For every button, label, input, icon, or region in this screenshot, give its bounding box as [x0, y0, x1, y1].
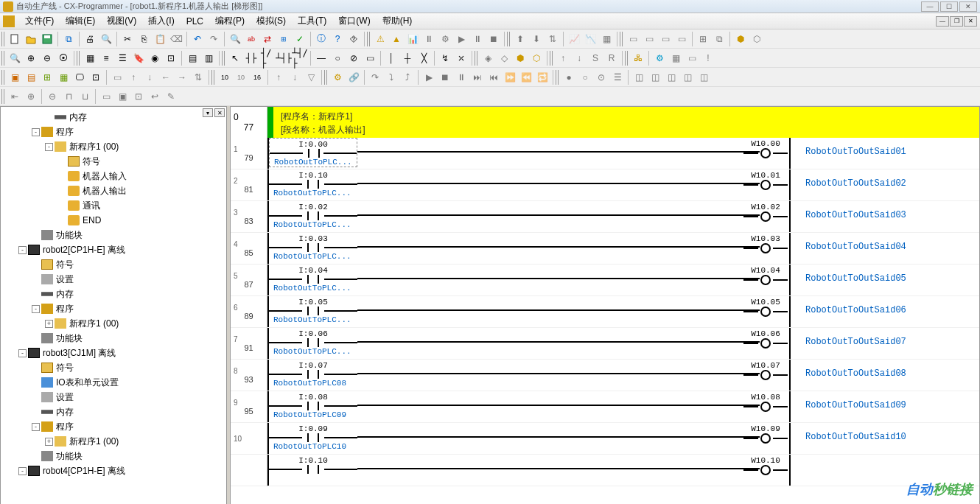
toolbar-grip[interactable]	[556, 70, 559, 85]
sim-pause-button[interactable]: ⏸	[454, 70, 469, 85]
instruction-button[interactable]: ▭	[363, 51, 377, 66]
connect-button[interactable]: ↯	[438, 51, 452, 66]
ladder-rung[interactable]: I:0.02RobotOutToPLC...W10.02RobotOutToOu…	[267, 201, 979, 233]
tree-item[interactable]: 符号	[2, 360, 226, 375]
contact[interactable]: I:0.08RobotOutToPLC09	[269, 391, 357, 419]
step-button[interactable]: ↷	[368, 70, 382, 85]
sim-rw-button[interactable]: ⏪	[519, 70, 533, 85]
tree-item[interactable]: 功能块	[2, 331, 226, 346]
section4-button[interactable]: ▭	[674, 32, 689, 46]
coil[interactable]: W10.00	[743, 138, 788, 158]
tree-item[interactable]: 内存	[2, 110, 226, 125]
line-v-button[interactable]: ┼	[400, 51, 415, 66]
tree-expander[interactable]: -	[32, 423, 40, 431]
tree-item[interactable]: -robot2[CP1H-E] 离线	[2, 242, 226, 257]
tree-expander[interactable]: -	[32, 128, 40, 136]
line-h-button[interactable]: —	[314, 51, 329, 66]
compare-button[interactable]: ⧉	[61, 32, 76, 46]
contact[interactable]: I:0.09RobotOutToPLC10	[269, 423, 357, 451]
cross-ref-button[interactable]: ⊞	[276, 32, 291, 46]
disconnect-button[interactable]: ⤫	[454, 51, 469, 66]
contact-nc-button[interactable]: ┤/├	[260, 51, 275, 66]
toolbar-grip[interactable]	[1, 70, 5, 85]
coil[interactable]: W10.09	[743, 423, 788, 444]
contact[interactable]: I:0.07RobotOutToPLC08	[269, 360, 357, 388]
menu-program[interactable]: 编程(P)	[209, 13, 251, 29]
zoom-fit-button[interactable]: 🔍	[7, 51, 22, 66]
cascade-button[interactable]: ⧉	[712, 32, 727, 46]
watch-button[interactable]: ⊞	[40, 70, 55, 85]
tree-item[interactable]: 符号	[2, 257, 226, 272]
tree-item[interactable]: -程序	[2, 301, 226, 316]
unit-button[interactable]: ▭	[685, 51, 699, 66]
mode-button[interactable]: ⚙	[438, 32, 452, 46]
toolbar-grip[interactable]	[1, 89, 5, 104]
section3-button[interactable]: ▭	[658, 32, 673, 46]
memory-button[interactable]: ▦	[599, 32, 614, 46]
transfer-from-button[interactable]: ⬇	[529, 32, 544, 46]
del-rung-button[interactable]: ⊖	[45, 89, 60, 104]
toolbar-grip[interactable]	[1, 32, 5, 46]
tree-item[interactable]: 功能块	[2, 228, 226, 242]
print-button[interactable]: 🖨	[83, 32, 97, 46]
sort-asc-button[interactable]: ↑	[271, 70, 286, 85]
find-button[interactable]: 🔍	[228, 32, 242, 46]
comments-button[interactable]: ≡	[99, 51, 113, 66]
address-button[interactable]: 🖵	[72, 70, 87, 85]
menu-simulate[interactable]: 模拟(S)	[251, 13, 292, 29]
bp-list-button[interactable]: ☰	[610, 70, 625, 85]
redo-button[interactable]: ↷	[206, 32, 221, 46]
fb-edit-button[interactable]: ✎	[164, 89, 178, 104]
fb-button[interactable]: ⬢	[733, 32, 748, 46]
project-tree[interactable]: 内存-程序-新程序1 (00)符号机器人输入机器人输出通讯END功能块-robo…	[1, 107, 226, 481]
tree-expander[interactable]: +	[45, 438, 53, 446]
menu-edit[interactable]: 编辑(E)	[60, 13, 101, 29]
sim-connect-button[interactable]: 🔗	[346, 70, 361, 85]
sort-desc-button[interactable]: ↓	[287, 70, 302, 85]
toolbar-grip[interactable]	[507, 32, 511, 46]
filter-button[interactable]: ▽	[304, 70, 318, 85]
ladder-rung[interactable]: I:0.08RobotOutToPLC09W10.08RobotOutToOut…	[267, 391, 979, 423]
help-button[interactable]: ?	[330, 32, 345, 46]
coil-neg-button[interactable]: ⊘	[346, 51, 361, 66]
force-off-button[interactable]: ◇	[497, 51, 511, 66]
list-button[interactable]: ☰	[115, 51, 130, 66]
mdi-close[interactable]: ✕	[964, 16, 977, 27]
mdi-restore[interactable]: ❐	[950, 16, 963, 27]
watch2-button[interactable]: ◫	[648, 70, 662, 85]
chart-button[interactable]: 📉	[583, 32, 598, 46]
sim-loop-button[interactable]: 🔁	[535, 70, 550, 85]
panel-dropdown-button[interactable]: ▾	[203, 108, 213, 117]
ladder-rung[interactable]: I:0.10W10.10	[267, 455, 979, 486]
fb-call-button[interactable]: ▭	[99, 89, 113, 104]
contact[interactable]: I:0.10	[269, 455, 357, 474]
toolbar-grip[interactable]	[475, 51, 478, 66]
reset-button[interactable]: R	[604, 51, 619, 66]
line-tool-button[interactable]: │	[384, 51, 399, 66]
undo-button[interactable]: ↶	[190, 32, 205, 46]
ladder-view-button[interactable]: ▤	[185, 51, 200, 66]
num16-button[interactable]: 16	[250, 70, 265, 85]
replace-button[interactable]: ab	[244, 32, 259, 46]
toggle-button[interactable]: ⊡	[164, 51, 178, 66]
tree-item[interactable]: 通讯	[2, 198, 226, 213]
watch1-button[interactable]: ◫	[631, 70, 646, 85]
section2-button[interactable]: ▭	[642, 32, 657, 46]
output-button[interactable]: ▤	[24, 70, 38, 85]
fb2-button[interactable]: ⬡	[749, 32, 764, 46]
info-button[interactable]: ⓘ	[314, 32, 329, 46]
menu-insert[interactable]: 插入(I)	[142, 13, 180, 29]
tree-item[interactable]: 内存	[2, 405, 226, 419]
mnemonic-view-button[interactable]: ▥	[201, 51, 216, 66]
ladder-rung[interactable]: I:0.10RobotOutToPLC...W10.01RobotOutToOu…	[267, 169, 979, 201]
tile-button[interactable]: ⊞	[696, 32, 710, 46]
stop-monitor-button[interactable]: ⏸	[421, 32, 436, 46]
rung-down-button[interactable]: ↓	[142, 70, 157, 85]
ladder-editor[interactable]: 0 77 [程序名：新程序1] [段名称：机器人输出] 179281383485…	[230, 106, 980, 504]
coil[interactable]: W10.06	[743, 328, 788, 349]
tree-item[interactable]: 功能块	[2, 449, 226, 463]
sim-prev-button[interactable]: ⏮	[486, 70, 501, 85]
delete-button[interactable]: ⌫	[169, 32, 183, 46]
run-button[interactable]: ▶	[454, 32, 469, 46]
ladder-rung[interactable]: I:0.09RobotOutToPLC10W10.09RobotOutToOut…	[267, 423, 979, 455]
